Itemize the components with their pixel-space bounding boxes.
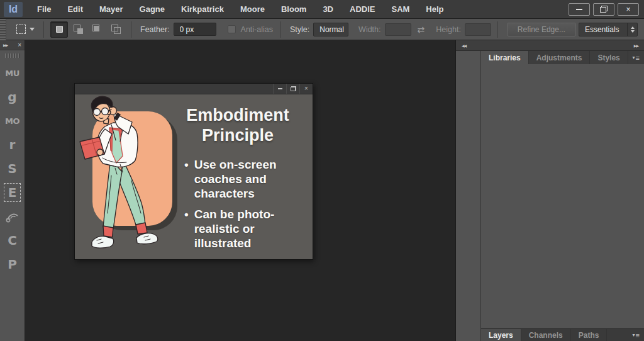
subtract-selection-icon <box>92 25 102 34</box>
menu-addie[interactable]: ADDIE <box>341 0 383 19</box>
menu-file[interactable]: File <box>29 0 59 19</box>
collapse-panel-icon[interactable]: ▶▶ <box>3 43 8 47</box>
panel-tab-bar: Libraries Adjustments Styles ▾ ≡ <box>481 51 644 64</box>
swap-dimensions-icon[interactable]: ⇄ <box>418 25 425 35</box>
libraries-panel-body <box>481 64 644 328</box>
document-close-button[interactable]: × <box>299 84 313 94</box>
intersect-selection-button[interactable] <box>107 21 125 38</box>
close-icon: × <box>626 6 630 13</box>
chevron-down-icon: ▾ <box>633 332 635 338</box>
style-dropdown-value: Normal <box>314 25 348 34</box>
tab-libraries[interactable]: Libraries <box>481 51 529 64</box>
separator <box>131 21 131 38</box>
feather-label: Feather: <box>140 25 170 34</box>
restore-icon <box>600 6 608 13</box>
tool-spiral[interactable] <box>4 207 19 226</box>
document-restore-button[interactable] <box>286 84 299 94</box>
tool-r[interactable]: r <box>9 135 16 154</box>
options-bar-grip[interactable] <box>0 19 6 40</box>
tool-mu[interactable]: MU <box>5 64 19 82</box>
style-dropdown[interactable]: Normal <box>313 23 348 36</box>
document-minimize-button[interactable] <box>273 84 286 94</box>
app-logo: Id <box>4 2 23 17</box>
canvas-area[interactable]: × <box>25 40 455 341</box>
workspace-dropdown[interactable]: Essentials <box>579 23 638 36</box>
tool-g[interactable]: g <box>8 87 16 106</box>
workspace-dropdown-value: Essentials <box>579 25 627 34</box>
separator <box>280 21 281 38</box>
tool-mo[interactable]: MO <box>5 111 19 130</box>
collapse-left-icon[interactable]: ◀◀ <box>462 43 466 48</box>
add-selection-icon <box>74 25 83 34</box>
window-restore-button[interactable] <box>593 3 614 16</box>
chevron-down-icon: ▾ <box>633 55 635 60</box>
document-titlebar[interactable]: × <box>75 84 313 94</box>
minimize-icon <box>576 9 582 10</box>
panel-menu-button[interactable]: ▾ ≡ <box>633 329 640 341</box>
tool-list: MU g MO r S E C P <box>4 64 21 274</box>
antialias-checkbox[interactable] <box>228 25 236 33</box>
separator <box>497 21 498 38</box>
selection-mode-buttons <box>50 21 125 38</box>
slide-title: Embodiment Principle <box>170 105 305 146</box>
spiral-icon <box>4 209 19 224</box>
panel-menu-button[interactable]: ▾ ≡ <box>633 51 640 64</box>
document-window: × <box>74 83 313 260</box>
menu-bar: Id File Edit Mayer Gagne Kirkpatrick Moo… <box>0 0 644 19</box>
tool-e-active[interactable]: E <box>4 183 21 202</box>
window-minimize-button[interactable] <box>569 3 590 16</box>
slide-canvas[interactable]: Embodiment Principle • Use on-screen coa… <box>75 94 313 259</box>
tab-channels[interactable]: Channels <box>521 329 571 341</box>
bullet-icon: • <box>184 208 189 250</box>
tab-styles[interactable]: Styles <box>590 51 628 64</box>
tool-s[interactable]: S <box>8 159 16 178</box>
tab-adjustments[interactable]: Adjustments <box>529 51 591 64</box>
tab-paths[interactable]: Paths <box>571 329 608 341</box>
menu-mayer[interactable]: Mayer <box>91 0 131 19</box>
tab-layers[interactable]: Layers <box>481 329 521 341</box>
menu-gagne[interactable]: Gagne <box>131 0 173 19</box>
subtract-from-selection-button[interactable] <box>88 21 106 38</box>
marquee-tool-preset-button[interactable] <box>11 21 40 38</box>
tool-options-bar: Feather: Anti-alias Style: Normal Width:… <box>0 19 644 40</box>
menu-moore[interactable]: Moore <box>232 0 273 19</box>
marquee-icon <box>16 25 26 34</box>
palette-grip[interactable] <box>5 53 20 58</box>
coach-character-illustration <box>76 95 179 259</box>
tool-p[interactable]: P <box>8 255 17 274</box>
menu-bloom[interactable]: Bloom <box>273 0 314 19</box>
width-input[interactable] <box>385 23 411 36</box>
add-to-selection-button[interactable] <box>69 21 87 38</box>
menu-3d[interactable]: 3D <box>314 0 341 19</box>
right-panel-dock: ◀◀ ▶▶ Libraries Adjustments Styles ▾ ≡ <box>455 40 644 341</box>
restore-icon <box>291 86 296 91</box>
window-close-button[interactable]: × <box>618 3 639 16</box>
height-label: Height: <box>436 25 461 34</box>
bullet-text: Can be photo- realistic or illustrated <box>194 208 275 250</box>
chevron-down-icon <box>30 28 35 31</box>
panel-dock-strip <box>456 51 481 341</box>
close-panel-icon[interactable]: × <box>18 42 21 48</box>
width-label: Width: <box>358 25 380 34</box>
bullet-text: Use on-screen coaches and characters <box>194 158 277 201</box>
menu-kirkpatrick[interactable]: Kirkpatrick <box>173 0 232 19</box>
hamburger-icon: ≡ <box>636 54 640 62</box>
feather-input[interactable] <box>174 23 216 36</box>
collapse-right-icon[interactable]: ▶▶ <box>634 43 638 48</box>
height-input[interactable] <box>465 23 491 36</box>
menu-sam[interactable]: SAM <box>383 0 418 19</box>
dock-top-bar: ◀◀ ▶▶ <box>456 40 644 51</box>
tool-palette-header: ▶▶ × <box>0 40 25 50</box>
menu-help[interactable]: Help <box>418 0 452 19</box>
antialias-label: Anti-alias <box>241 25 273 34</box>
menu-edit[interactable]: Edit <box>59 0 91 19</box>
slide-bullet-list: • Use on-screen coaches and characters •… <box>184 158 277 251</box>
intersect-selection-icon <box>111 25 121 34</box>
refine-edge-button[interactable]: Refine Edge... <box>507 23 576 36</box>
new-selection-button[interactable] <box>50 21 68 38</box>
style-label: Style: <box>290 25 309 34</box>
hamburger-icon: ≡ <box>636 332 640 339</box>
panel-column: Libraries Adjustments Styles ▾ ≡ Layers … <box>481 51 644 341</box>
tool-c[interactable]: C <box>8 231 17 250</box>
layers-tab-bar: Layers Channels Paths ▾ ≡ <box>481 328 644 341</box>
